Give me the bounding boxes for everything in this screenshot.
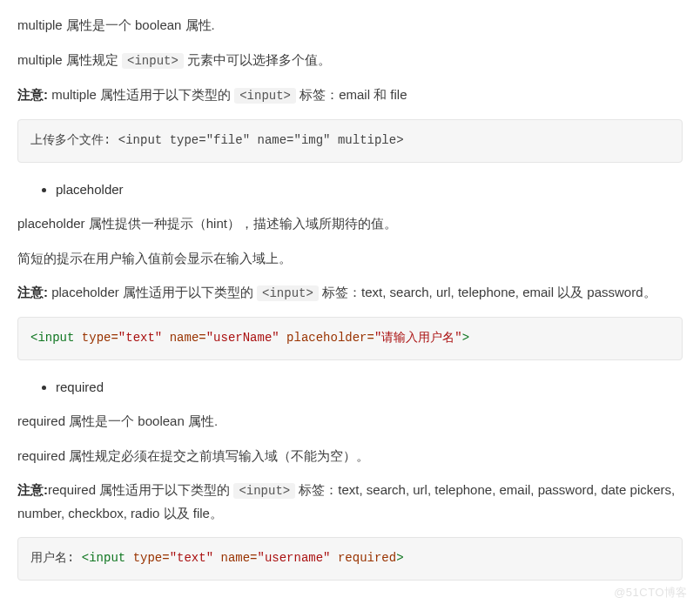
val-text: "text" (170, 551, 213, 565)
inline-code-input: <input> (122, 53, 184, 69)
close-bracket: > (396, 133, 403, 147)
paragraph-multiple-note: 注意: multiple 属性适用于以下类型的 <input> 标签：email… (17, 84, 683, 107)
text: multiple 属性是一个 boolean 属性. (17, 17, 215, 32)
val-img: "img" (294, 133, 331, 147)
note-label: 注意: (17, 482, 48, 497)
open-bracket: < (118, 133, 125, 147)
paragraph-placeholder-note: 注意: placeholder 属性适用于以下类型的 <input> 标签：te… (17, 281, 683, 305)
text: 标签：email 和 file (296, 87, 407, 102)
paragraph-required-1: required 属性是一个 boolean 属性. (17, 410, 683, 433)
sp (331, 133, 338, 147)
attr-type: type= (170, 133, 206, 147)
bullet-list-required: required (17, 376, 683, 399)
text: required 属性适用于以下类型的 (48, 482, 233, 497)
text: 标签：text, search, url, telephone, email 以… (319, 285, 656, 299)
text: multiple 属性适用于以下类型的 (48, 87, 234, 102)
paragraph-multiple-2: multiple 属性规定 <input> 元素中可以选择多个值。 (17, 49, 683, 72)
attr-placeholder: placeholder= (286, 331, 374, 345)
val-text: "text" (118, 331, 162, 345)
open-bracket: < (82, 551, 89, 565)
sp (279, 331, 286, 345)
paragraph-required-2: required 属性规定必须在提交之前填写输入域（不能为空）。 (17, 445, 683, 467)
text: placeholder 属性提供一种提示（hint），描述输入域所期待的值。 (17, 216, 397, 231)
sp (331, 551, 338, 565)
inline-code-input: <input> (234, 88, 296, 104)
code-block-multiple: 上传多个文件: <input type="file" name="img" mu… (17, 119, 683, 163)
sp (162, 133, 169, 147)
close-bracket: > (462, 331, 469, 345)
attr-type: type= (133, 551, 170, 565)
paragraph-required-note: 注意:required 属性适用于以下类型的 <input> 标签：text, … (17, 479, 683, 524)
text: required 属性规定必须在提交之前填写输入域（不能为空）。 (17, 448, 369, 463)
sp (162, 331, 169, 345)
text: 简短的提示在用户输入值前会显示在输入域上。 (17, 251, 292, 265)
close-bracket: > (396, 551, 403, 565)
attr-name: name= (257, 133, 293, 147)
attr-required: required (338, 551, 396, 565)
bullet-list-placeholder: placeholder (17, 178, 683, 201)
code-block-required: 用户名: <input type="text" name="username" … (17, 537, 683, 581)
sp (125, 551, 132, 565)
text: multiple 属性规定 (17, 52, 122, 67)
attr-name: name= (170, 331, 206, 345)
list-item: placeholder (56, 178, 683, 201)
text: 元素中可以选择多个值。 (184, 52, 331, 67)
paragraph-placeholder-2: 简短的提示在用户输入值前会显示在输入域上。 (17, 247, 683, 270)
tag-input: input (89, 551, 125, 565)
bullet-text: placeholder (56, 182, 124, 197)
inline-code-input: <input> (257, 285, 319, 301)
list-item: required (56, 376, 683, 399)
attr-type: type= (82, 331, 118, 345)
note-label: 注意: (17, 87, 48, 102)
paragraph-multiple-1: multiple 属性是一个 boolean 属性. (17, 14, 683, 37)
code-block-placeholder: <input type="text" name="userName" place… (17, 317, 683, 360)
val-placeholder: "请输入用户名" (374, 331, 462, 345)
sp (74, 331, 81, 345)
text: placeholder 属性适用于以下类型的 (48, 285, 257, 299)
bullet-text: required (56, 379, 104, 394)
watermark: @51CTO博客 (614, 583, 688, 602)
note-label: 注意: (17, 285, 48, 299)
val-username: "username" (258, 551, 331, 565)
inline-code-input: <input> (233, 483, 295, 499)
code-lead: 用户名: (30, 551, 82, 565)
val-username: "userName" (206, 331, 279, 345)
paragraph-placeholder-1: placeholder 属性提供一种提示（hint），描述输入域所期待的值。 (17, 212, 683, 235)
text: required 属性是一个 boolean 属性. (17, 413, 218, 428)
attr-name: name= (220, 551, 257, 565)
attr-multiple: multiple (338, 133, 396, 147)
tag-input: input (125, 133, 162, 147)
code-lead: 上传多个文件: (30, 133, 118, 147)
tag-input: input (37, 331, 74, 345)
val-file: "file" (206, 133, 250, 147)
